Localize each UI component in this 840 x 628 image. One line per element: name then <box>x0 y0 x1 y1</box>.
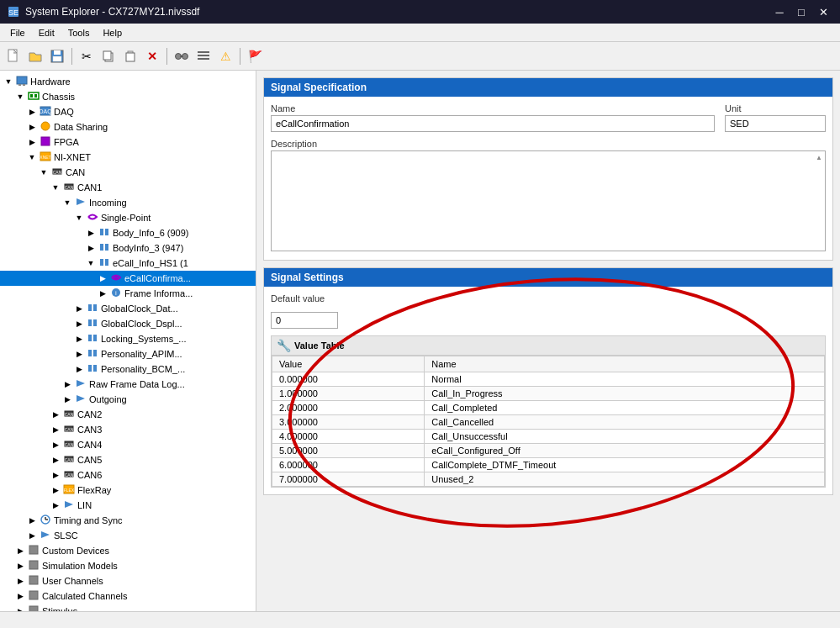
new-button[interactable] <box>3 46 24 66</box>
default-value-input[interactable] <box>271 312 338 329</box>
tree-item-personality2[interactable]: ▶Personality_BCM_... <box>0 361 256 377</box>
tree-item-globalclock2[interactable]: ▶GlobalClock_Dspl... <box>0 316 256 331</box>
tree-expand-daq[interactable]: ▶ <box>27 107 37 117</box>
maximize-button[interactable]: □ <box>791 3 811 20</box>
tree-expand-lin[interactable]: ▶ <box>50 500 61 510</box>
tree-expand-personality1[interactable]: ▶ <box>74 349 84 359</box>
tree-item-outgoing[interactable]: ▶Outgoing <box>0 392 256 407</box>
menu-edit[interactable]: Edit <box>32 26 61 40</box>
menu-tools[interactable]: Tools <box>61 26 97 40</box>
tree-item-stimulus[interactable]: ▶Stimulus <box>0 604 256 611</box>
tree-item-simmodels[interactable]: ▶Simulation Models <box>0 558 256 573</box>
tree-expand-locking[interactable]: ▶ <box>74 334 84 344</box>
tree-item-datasharing[interactable]: ▶Data Sharing <box>0 119 256 135</box>
tree-expand-fpga[interactable]: ▶ <box>27 137 37 147</box>
table-row[interactable]: 5.000000eCall_Configured_Off <box>272 444 825 458</box>
tree-item-rawframe[interactable]: ▶Raw Frame Data Log... <box>0 377 256 392</box>
tree-expand-simmodels[interactable]: ▶ <box>15 561 25 571</box>
open-button[interactable] <box>25 46 45 66</box>
tree-item-customdev[interactable]: ▶Custom Devices <box>0 543 256 558</box>
menu-help[interactable]: Help <box>96 26 129 40</box>
tree-expand-datasharing[interactable]: ▶ <box>27 122 37 132</box>
tree-item-can3[interactable]: ▶CANCAN3 <box>0 422 256 437</box>
table-row[interactable]: 6.000000CallComplete_DTMF_Timeout <box>272 458 825 472</box>
tree-item-userchans[interactable]: ▶User Channels <box>0 573 256 588</box>
table-row[interactable]: 3.000000Call_Cancelled <box>272 415 825 430</box>
tree-expand-can6[interactable]: ▶ <box>50 470 61 480</box>
delete-button[interactable]: ✕ <box>142 46 162 66</box>
flag-button[interactable]: 🚩 <box>245 46 265 66</box>
textarea-scroll-up[interactable]: ▲ <box>816 154 822 161</box>
table-row[interactable]: 4.000000Call_Unsuccessful <box>272 430 825 444</box>
tree-expand-can3[interactable]: ▶ <box>50 425 61 435</box>
tree-item-calcchan[interactable]: ▶Calculated Channels <box>0 588 256 604</box>
name-input[interactable] <box>271 115 715 132</box>
tree-expand-bodyinfo3[interactable]: ▶ <box>86 243 96 253</box>
table-row[interactable]: 0.000000Normal <box>272 372 825 387</box>
tree-expand-stimulus[interactable]: ▶ <box>15 606 25 611</box>
tree-expand-timing[interactable]: ▶ <box>27 515 37 525</box>
binoculars-button[interactable] <box>172 46 192 66</box>
tree-item-hardware[interactable]: ▼Hardware <box>0 74 256 89</box>
tree-expand-chassis[interactable]: ▼ <box>15 92 25 102</box>
save-button[interactable] <box>47 46 67 66</box>
tree-item-frameinfo[interactable]: ▶iFrame Informa... <box>0 286 256 301</box>
tree-item-ecallinfo[interactable]: ▼eCall_Info_HS1 (1 <box>0 256 256 271</box>
list-button[interactable] <box>193 46 214 66</box>
tree-item-globalclock1[interactable]: ▶GlobalClock_Dat... <box>0 301 256 316</box>
description-input[interactable] <box>271 150 826 251</box>
tree-item-slsc[interactable]: ▶SLSC <box>0 528 256 543</box>
tree-expand-outgoing[interactable]: ▶ <box>62 394 72 404</box>
tree-expand-can2[interactable]: ▶ <box>50 409 61 420</box>
tree-item-singlepoint[interactable]: ▼Single-Point <box>0 210 256 225</box>
tree-item-incoming[interactable]: ▼Incoming <box>0 195 256 210</box>
table-row[interactable]: 1.000000Call_In_Progress <box>272 387 825 401</box>
tree-expand-bodyinfo6[interactable]: ▶ <box>86 228 96 238</box>
tree-expand-hardware[interactable]: ▼ <box>3 77 13 87</box>
tree-expand-frameinfo[interactable]: ▶ <box>98 288 108 298</box>
tree-item-can6[interactable]: ▶CANCAN6 <box>0 467 256 483</box>
tree-expand-can1[interactable]: ▼ <box>50 182 61 193</box>
menu-file[interactable]: File <box>3 26 32 40</box>
copy-button[interactable] <box>98 46 119 66</box>
tree-item-flexray[interactable]: ▶FLEXFlexRay <box>0 483 256 498</box>
tree-expand-rawframe[interactable]: ▶ <box>62 379 72 389</box>
tree-expand-can[interactable]: ▼ <box>39 167 49 177</box>
tree-expand-globalclock2[interactable]: ▶ <box>74 319 84 329</box>
tree-item-timing[interactable]: ▶Timing and Sync <box>0 513 256 528</box>
unit-input[interactable] <box>725 115 826 132</box>
tree-item-bodyinfo3[interactable]: ▶BodyInfo_3 (947) <box>0 240 256 256</box>
tree-item-personality1[interactable]: ▶Personality_APIM... <box>0 346 256 361</box>
tree-item-nixnet[interactable]: ▼XNETNI-XNET <box>0 150 256 165</box>
tree-item-bodyinfo6[interactable]: ▶Body_Info_6 (909) <box>0 225 256 240</box>
tree-item-locking[interactable]: ▶Locking_Systems_... <box>0 331 256 346</box>
tree-expand-can4[interactable]: ▶ <box>50 440 61 450</box>
tree-expand-ecallconfirm[interactable]: ▶ <box>98 273 108 283</box>
tree-expand-nixnet[interactable]: ▼ <box>27 152 37 162</box>
tree-item-can4[interactable]: ▶CANCAN4 <box>0 437 256 452</box>
tree-item-can5[interactable]: ▶CANCAN5 <box>0 452 256 467</box>
tree-item-daq[interactable]: ▶DAQDAQ <box>0 104 256 119</box>
tree-expand-singlepoint[interactable]: ▼ <box>74 213 84 223</box>
tree-expand-can5[interactable]: ▶ <box>50 455 61 465</box>
tree-expand-ecallinfo[interactable]: ▼ <box>86 258 96 268</box>
tree-item-can[interactable]: ▼CANCAN <box>0 165 256 180</box>
close-button[interactable]: ✕ <box>813 3 833 20</box>
tree-item-can1[interactable]: ▼CANCAN1 <box>0 180 256 195</box>
warning-button[interactable]: ⚠ <box>215 46 235 66</box>
tree-item-can2[interactable]: ▶CANCAN2 <box>0 407 256 422</box>
tree-expand-calcchan[interactable]: ▶ <box>15 591 25 601</box>
table-row[interactable]: 7.000000Unused_2 <box>272 472 825 487</box>
tree-expand-flexray[interactable]: ▶ <box>50 485 61 495</box>
tree-item-lin[interactable]: ▶LIN <box>0 498 256 513</box>
tree-item-ecallconfirm[interactable]: ▶eCallConfirma... <box>0 271 256 286</box>
tree-item-chassis[interactable]: ▼Chassis <box>0 89 256 104</box>
tree-expand-incoming[interactable]: ▼ <box>62 198 72 208</box>
tree-content[interactable]: ▼Hardware▼Chassis▶DAQDAQ▶Data Sharing▶FP… <box>0 71 256 611</box>
cut-button[interactable]: ✂ <box>77 46 97 66</box>
tree-expand-customdev[interactable]: ▶ <box>15 546 25 556</box>
minimize-button[interactable]: ─ <box>769 3 790 20</box>
tree-expand-slsc[interactable]: ▶ <box>27 530 37 541</box>
tree-expand-userchans[interactable]: ▶ <box>15 576 25 586</box>
tree-item-fpga[interactable]: ▶FPGA <box>0 135 256 150</box>
